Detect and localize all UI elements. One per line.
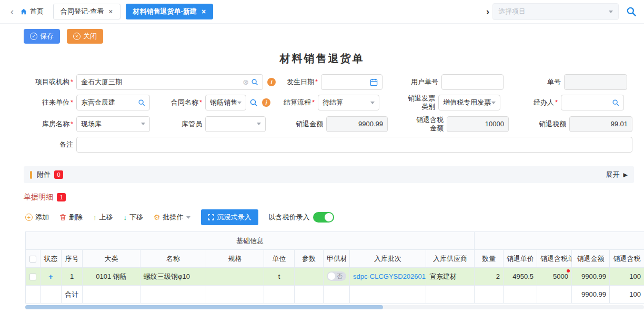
warehouse-select[interactable]: 现场库 [76, 116, 150, 132]
project-select[interactable]: 选择项目 [492, 3, 619, 20]
total-empty-cell [140, 286, 206, 304]
total-empty-cell [26, 286, 41, 304]
check-circle-icon: ✓ [30, 33, 37, 40]
attachment-label: 附件 [37, 170, 51, 179]
chevron-down-icon [186, 216, 190, 219]
user-no-input[interactable] [446, 78, 499, 86]
search-icon[interactable] [251, 78, 258, 86]
select-all-checkbox[interactable] [29, 256, 36, 262]
handler-input[interactable] [566, 99, 612, 107]
settlement-select[interactable]: 待结算 [318, 95, 379, 110]
row-spec-cell[interactable] [206, 268, 264, 286]
expand-button[interactable]: 展开 ▶ [606, 170, 628, 179]
toggle-knob [325, 213, 333, 221]
counterparty-field[interactable] [76, 95, 150, 110]
row-amount-cell[interactable]: 9900.99 [572, 268, 610, 286]
col-qty: 数量 [475, 250, 504, 268]
tax-entry-toggle[interactable] [313, 212, 334, 223]
search-icon[interactable] [138, 99, 145, 106]
batch-link[interactable]: sdpc-CLCGYSD202601 [353, 272, 426, 280]
remark-field[interactable] [76, 137, 632, 153]
delete-row-button[interactable]: 删除 [59, 213, 83, 222]
table-row[interactable]: + 1 0101 钢筋 螺纹三级钢φ10 t 否 sdpc-CLCGYSD202… [26, 268, 644, 286]
group-header-basic-info: 基础信息 [26, 232, 475, 250]
keeper-select[interactable] [205, 116, 266, 132]
tab-material-return-new[interactable]: 材料销售退货单-新建 × [126, 4, 214, 19]
header-form: 项目或机构 ⊗ 发生日期 用户单号 单号 往来单位 合同名称 钢筋销售 [0, 74, 634, 153]
arrow-up-icon: ↑ [93, 214, 97, 221]
tab-detail[interactable]: 单据明细 1 [24, 193, 66, 202]
date-input[interactable] [326, 78, 370, 86]
project-input[interactable] [81, 78, 243, 86]
chevron-down-icon [370, 102, 375, 104]
row-unit-cell[interactable]: t [264, 268, 295, 286]
form-row-3: 库房名称 现场库 库管员 销退金额 9900.99 销退含税金额 10000 销… [0, 116, 634, 133]
row-category-cell[interactable]: 0101 钢筋 [83, 268, 140, 286]
project-field[interactable]: ⊗ [76, 74, 263, 90]
chevron-down-icon [491, 102, 496, 104]
plus-circle-icon: + [25, 214, 33, 221]
user-no-field[interactable] [441, 74, 504, 90]
detail-table-wrap: 基础信息 状态 序号 大类 名称 规格 单位 参数 甲供材 入库批次 入库供应商… [25, 231, 644, 304]
calendar-icon[interactable] [370, 78, 378, 86]
row-price-cell[interactable]: 4950.5 [504, 268, 537, 286]
owner-supplied-toggle[interactable]: 否 [327, 271, 346, 281]
tab-home[interactable]: 首页 [20, 7, 44, 16]
attachment-bar[interactable]: 附件 0 展开 ▶ [24, 166, 634, 183]
horizontal-scrollbar-thumb[interactable] [25, 305, 383, 309]
row-amount-tax-cell[interactable]: 100 [610, 268, 644, 286]
contract-label: 合同名称 [150, 98, 205, 107]
toggle-knob [328, 272, 335, 280]
row-qty-cell[interactable]: 2 [475, 268, 504, 286]
move-up-button[interactable]: ↑ 上移 [93, 213, 113, 222]
home-label: 首页 [30, 7, 44, 16]
amount-tax-value: 10000 [485, 120, 504, 128]
immersive-entry-button[interactable]: 沉浸式录入 [201, 209, 258, 225]
col-name: 名称 [140, 250, 206, 268]
total-empty-cell [475, 286, 504, 304]
batch-operation-button[interactable]: ⚙ 批操作 [154, 213, 190, 222]
contract-select[interactable]: 钢筋销售 [205, 95, 246, 110]
row-param-cell[interactable] [295, 268, 324, 286]
search-icon [249, 98, 258, 107]
global-search-icon[interactable] [626, 6, 637, 17]
project-label: 项目或机构 [0, 78, 76, 86]
tabs-scroll-left-icon[interactable]: ‹ [7, 7, 17, 16]
amount-tax-field: 10000 [447, 116, 509, 132]
tab-contract-view[interactable]: 合同登记-查看 × [53, 4, 120, 19]
handler-field[interactable] [561, 95, 624, 110]
close-button[interactable]: × 关闭 [67, 29, 103, 44]
move-down-button[interactable]: ↓ 下移 [124, 213, 144, 222]
amount-label: 销退金额 [266, 120, 326, 128]
counterparty-input[interactable] [81, 99, 138, 107]
add-row-button[interactable]: + 添加 [25, 213, 49, 222]
row-name-cell[interactable]: 螺纹三级钢φ10 [140, 268, 206, 286]
row-checkbox[interactable] [29, 274, 36, 280]
invoice-type-select[interactable]: 增值税专用发票 [438, 95, 500, 110]
tab-label: 合同登记-查看 [61, 7, 104, 16]
tabs-scroll-right-icon[interactable]: › [483, 7, 492, 16]
save-button[interactable]: ✓ 保存 [24, 29, 60, 44]
row-seq-cell: 1 [62, 268, 83, 286]
col-supplier: 入库供应商 [426, 250, 475, 268]
counterparty-label: 往来单位 [0, 98, 76, 107]
total-empty-cell [350, 286, 426, 304]
chevron-down-icon [257, 123, 261, 125]
row-supplier-cell[interactable]: 宜东建材 [426, 268, 475, 286]
horizontal-scrollbar-track[interactable] [25, 305, 644, 309]
doc-no-label: 单号 [504, 78, 564, 86]
date-field[interactable] [321, 74, 383, 90]
search-icon[interactable] [612, 99, 619, 106]
contract-value: 钢筋销售 [210, 98, 237, 107]
close-icon[interactable]: × [202, 8, 206, 15]
remark-input[interactable] [81, 141, 628, 149]
delete-label: 删除 [69, 213, 83, 222]
total-amount-tax-cell: 100 [610, 286, 644, 304]
tax-value: 99.01 [610, 120, 628, 128]
row-batch-cell: sdpc-CLCGYSD202601 [350, 268, 426, 286]
contract-search-button[interactable] [249, 98, 258, 107]
row-price-tax-cell[interactable]: 5000 [537, 268, 572, 286]
clear-icon[interactable]: ⊗ [243, 78, 249, 86]
row-status-cell[interactable]: + [41, 268, 62, 286]
close-icon[interactable]: × [108, 8, 113, 15]
